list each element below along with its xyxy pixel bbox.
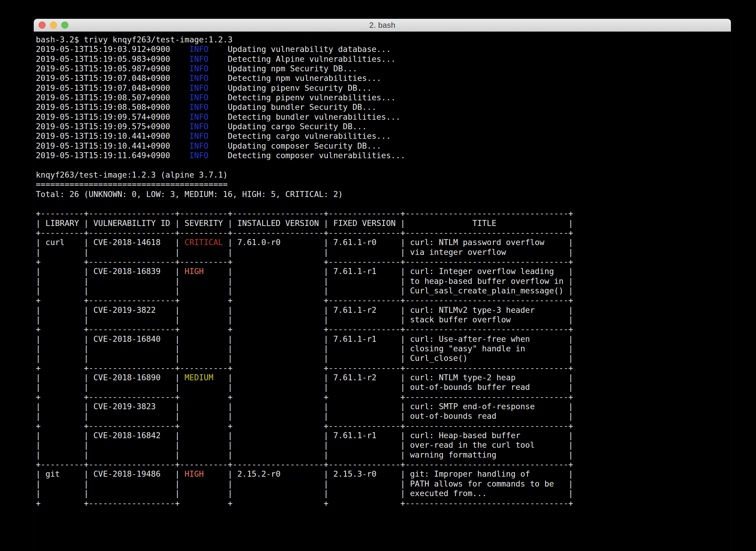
terminal-line: | curl | CVE-2018-14618 | CRITICAL | 7.6… bbox=[36, 237, 731, 247]
terminal-line: | | CVE-2019-3822 | | | 7.61.1-r2 | curl… bbox=[36, 305, 731, 315]
terminal-line: | | | | | | warning formatting | bbox=[36, 450, 731, 460]
terminal-line: +---------+------------------+----------… bbox=[36, 209, 731, 218]
terminal-line: 2019-05-13T15:19:10.441+0900 INFO Detect… bbox=[36, 131, 731, 141]
log-level-info: INFO bbox=[189, 93, 209, 102]
close-button[interactable] bbox=[38, 21, 46, 29]
terminal-line: + +------------------+ + + +------------… bbox=[36, 498, 731, 508]
zoom-button[interactable] bbox=[61, 21, 68, 29]
terminal-line: + +------------------+ + + +------------… bbox=[36, 392, 731, 402]
terminal-line: 2019-05-13T15:19:03.912+0900 INFO Updati… bbox=[36, 44, 731, 54]
log-level-info: INFO bbox=[189, 131, 209, 141]
terminal-line: | | CVE-2018-16840 | | | 7.61.1-r1 | cur… bbox=[36, 334, 731, 344]
severity-high: HIGH bbox=[184, 266, 204, 276]
log-level-info: INFO bbox=[189, 54, 209, 64]
terminal-line: | | | | | | closing "easy" handle in | bbox=[36, 344, 731, 354]
log-level-info: INFO bbox=[189, 83, 209, 92]
terminal-line: knqyf263/test-image:1.2.3 (alpine 3.7.1) bbox=[36, 170, 731, 180]
terminal-line: 2019-05-13T15:19:11.649+0900 INFO Detect… bbox=[36, 151, 731, 160]
window-title: 2. bash bbox=[369, 21, 395, 30]
terminal-line: 2019-05-13T15:19:05.987+0900 INFO Updati… bbox=[36, 64, 731, 73]
log-level-info: INFO bbox=[189, 141, 209, 150]
log-level-info: INFO bbox=[189, 73, 209, 83]
terminal-line: | git | CVE-2018-19486 | HIGH | 2.15.2-r… bbox=[36, 469, 731, 479]
terminal-line: | | | | | | over-read in the curl tool | bbox=[36, 440, 731, 450]
terminal-line: + +------------------+ + +--------------… bbox=[36, 421, 731, 431]
terminal-line: + +------------------+ + +--------------… bbox=[36, 296, 731, 305]
severity-critical: CRITICAL bbox=[184, 237, 223, 247]
severity-high: HIGH bbox=[184, 469, 204, 479]
severity-medium: MEDIUM bbox=[184, 373, 213, 382]
terminal-line: | | CVE-2018-16842 | | | 7.61.1-r1 | cur… bbox=[36, 431, 731, 440]
terminal-line: | | CVE-2018-16839 | HIGH | | 7.61.1-r1 … bbox=[36, 266, 731, 276]
terminal-line: Total: 26 (UNKNOWN: 0, LOW: 3, MEDIUM: 1… bbox=[36, 189, 731, 199]
log-level-info: INFO bbox=[189, 102, 209, 112]
terminal-line: | | | | | | stack buffer overflow | bbox=[36, 315, 731, 325]
terminal-window: 2. bash bash-3.2$ trivy knqyf263/test-im… bbox=[34, 19, 731, 551]
terminal-line: | | | | | | out-of-bounds read | bbox=[36, 411, 731, 421]
log-level-info: INFO bbox=[189, 112, 209, 121]
log-level-info: INFO bbox=[189, 151, 209, 160]
terminal-line: +---------+------------------+----------… bbox=[36, 228, 731, 237]
terminal-line: 2019-05-13T15:19:07.048+0900 INFO Updati… bbox=[36, 83, 731, 93]
terminal-line: 2019-05-13T15:19:08.507+0900 INFO Detect… bbox=[36, 93, 731, 102]
terminal-line: | | | | | | Curl_sasl_create_plain_messa… bbox=[36, 286, 731, 296]
terminal-line bbox=[36, 160, 731, 170]
traffic-lights bbox=[38, 21, 68, 29]
desktop: 2. bash bash-3.2$ trivy knqyf263/test-im… bbox=[0, 0, 756, 551]
terminal-line: 2019-05-13T15:19:05.983+0900 INFO Detect… bbox=[36, 54, 731, 64]
terminal-line: bash-3.2$ trivy knqyf263/test-image:1.2.… bbox=[36, 35, 731, 44]
terminal-line: | | | | | | via integer overflow | bbox=[36, 247, 731, 257]
terminal-line: + +------------------+----------+ +-----… bbox=[36, 257, 731, 266]
terminal-line: 2019-05-13T15:19:08.508+0900 INFO Updati… bbox=[36, 102, 731, 112]
minimize-button[interactable] bbox=[50, 21, 57, 29]
terminal-line: + +------------------+ + +--------------… bbox=[36, 325, 731, 334]
terminal-line: + +------------------+----------+ +-----… bbox=[36, 363, 731, 373]
terminal-line bbox=[36, 199, 731, 209]
log-level-info: INFO bbox=[189, 122, 209, 131]
terminal-screen[interactable]: bash-3.2$ trivy knqyf263/test-image:1.2.… bbox=[34, 32, 731, 508]
terminal-line: | | | | | | out-of-bounds buffer read | bbox=[36, 382, 731, 392]
terminal-line: +---------+------------------+----------… bbox=[36, 460, 731, 469]
terminal-line: | | | | | | executed from... | bbox=[36, 489, 731, 498]
terminal-line: | | CVE-2019-3823 | | | | curl: SMTP end… bbox=[36, 402, 731, 411]
log-level-info: INFO bbox=[189, 64, 209, 73]
terminal-line: | | CVE-2018-16890 | MEDIUM | | 7.61.1-r… bbox=[36, 373, 731, 382]
log-level-info: INFO bbox=[189, 44, 209, 54]
terminal-line: | | | | | | to heap-based buffer overflo… bbox=[36, 277, 731, 286]
terminal-line: | | | | | | Curl_close() | bbox=[36, 354, 731, 363]
terminal-line: ======================================== bbox=[36, 180, 731, 189]
terminal-line: | LIBRARY | VULNERABILITY ID | SEVERITY … bbox=[36, 218, 731, 228]
titlebar[interactable]: 2. bash bbox=[34, 19, 731, 32]
terminal-line: 2019-05-13T15:19:07.048+0900 INFO Detect… bbox=[36, 73, 731, 83]
terminal-line: 2019-05-13T15:19:09.575+0900 INFO Updati… bbox=[36, 122, 731, 131]
terminal-line: 2019-05-13T15:19:09.574+0900 INFO Detect… bbox=[36, 112, 731, 122]
terminal-line: | | | | | | PATH allows for commands to … bbox=[36, 479, 731, 489]
terminal-line: 2019-05-13T15:19:10.441+0900 INFO Updati… bbox=[36, 141, 731, 151]
